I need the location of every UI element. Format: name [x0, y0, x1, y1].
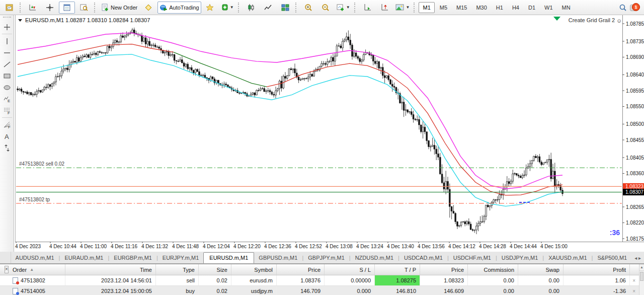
cell-time: 2023.12.04 14:56:01 — [65, 275, 156, 285]
chart-shift-button[interactable] — [376, 2, 392, 14]
symbol-tab-usdchf-m-m1[interactable]: USDCHF.m,M1 — [449, 253, 496, 263]
candlestick-chart-button[interactable] — [243, 2, 259, 14]
cell-commission: 0.00 — [468, 275, 518, 285]
timeframe-button-m30[interactable]: M30 — [472, 2, 491, 13]
timeframe-button-h1[interactable]: H1 — [492, 2, 507, 13]
indicators-button[interactable]: ▼ — [393, 2, 412, 14]
top-toolbar: New Order AutoTrading ▼ — [0, 0, 644, 15]
symbol-tab-nzdusd-m-m1[interactable]: NZDUSD.m,M1 — [351, 253, 398, 263]
cell-sl: 0.000 — [325, 286, 375, 295]
cell-tp: 146.810 — [375, 286, 420, 295]
symbol-tab-audusd-m-m1[interactable]: AUDUSD.m,M1 — [11, 253, 59, 263]
column-header-time[interactable]: Time — [65, 264, 156, 275]
crosshair-button[interactable] — [42, 2, 58, 14]
ellipse-tool-button[interactable] — [2, 82, 13, 93]
timeframe-button-mn[interactable]: MN — [558, 2, 575, 13]
search-icon[interactable] — [619, 4, 627, 12]
vertical-line-tool-button[interactable] — [2, 36, 13, 46]
fibonacci-fan-icon: F — [3, 121, 11, 129]
new-order-button[interactable]: New Order — [99, 2, 139, 14]
symbol-tab-s-p500-m1[interactable]: S&P500,M1 — [593, 253, 631, 263]
column-header-order[interactable]: Order▲ — [9, 264, 65, 275]
close-order-button[interactable]: × — [630, 275, 639, 285]
fibonacci-retracement-icon: F — [3, 107, 11, 115]
tabs-bar-grip — [0, 252, 11, 263]
order-dot-icon — [16, 292, 19, 295]
symbol-tab-gbpusd-m-m1[interactable]: GBPUSD.m,M1 — [254, 253, 302, 263]
column-header-price[interactable]: Price — [420, 264, 468, 275]
symbol-tab-usdjpy-m-m1[interactable]: USDJPY.m,M1 — [497, 253, 543, 263]
scroll-up-icon[interactable]: ▲ — [639, 264, 644, 271]
price-axis-label: 1.08735 — [626, 39, 644, 44]
symbol-tab-gbpjpy-m-m1[interactable]: GBPJPY.m,M1 — [303, 253, 349, 263]
symbol-tab-eurgbp-m-m1[interactable]: EURGBP.m,M1 — [109, 253, 156, 263]
crosshair-tool-button[interactable] — [2, 22, 13, 32]
order-row-47514005[interactable]: 475140052023.12.04 15:00:05buy0.02usdjpy… — [0, 286, 644, 295]
tile-windows-button[interactable] — [277, 2, 293, 14]
market-watch-button[interactable] — [59, 2, 75, 14]
line-chart-button[interactable] — [260, 2, 276, 14]
price-axis-label: 1.08500 — [626, 121, 644, 127]
arrows-tool-button[interactable] — [2, 142, 13, 153]
terminal-close-button[interactable]: × — [5, 266, 9, 273]
cell-swap: 0.00 — [518, 286, 564, 295]
time-axis-label: 4 Dec 2023 — [15, 244, 41, 249]
horizontal-line-icon — [3, 49, 11, 57]
rectangle-tool-icon — [3, 72, 11, 80]
symbol-tab-xauusd-m-m1[interactable]: XAUUSD.m,M1 — [544, 253, 591, 263]
column-header-size[interactable]: Size — [199, 264, 231, 275]
autotrading-button[interactable]: AutoTrading — [157, 2, 201, 14]
time-axis-label: 4 Dec 13:08 — [326, 244, 353, 249]
tab-scroll-arrows[interactable]: ◂ ▸ — [631, 255, 644, 263]
price-axis-label: 1.08595 — [626, 88, 644, 94]
column-header-profit[interactable]: Profit — [564, 264, 630, 275]
text-tool-button[interactable]: A — [2, 131, 13, 141]
order-dot-icon — [16, 281, 19, 284]
fibonacci-retracement-tool-button[interactable]: F — [2, 105, 13, 116]
rectangle-tool-button[interactable] — [2, 70, 13, 81]
symbol-tab-eurjpy-m-m1[interactable]: EURJPY.m,M1 — [158, 253, 204, 263]
data-window-icon — [80, 4, 88, 12]
fibonacci-fan-tool-button[interactable]: F — [2, 119, 13, 130]
vertical-line-icon — [3, 37, 11, 45]
trendline-tool-button[interactable] — [2, 59, 13, 69]
expert-advisor-button[interactable] — [140, 2, 156, 14]
column-header-sl[interactable]: S / L — [325, 264, 375, 275]
column-header-symbol[interactable]: Symbol — [231, 264, 277, 275]
column-header-tp[interactable]: T / P — [375, 264, 420, 275]
zoom-out-button[interactable] — [317, 2, 334, 14]
new-chart-button[interactable]: ▼ — [335, 2, 352, 14]
data-window-button[interactable] — [76, 2, 92, 14]
symbol-tab-euraud-m-m1[interactable]: EURAUD.m,M1 — [60, 253, 108, 263]
elliott-wave-tool-button[interactable]: E — [2, 94, 13, 104]
terminal-scrollbar[interactable]: ▲ — [639, 264, 644, 295]
notifications-button[interactable]: 1 — [630, 3, 640, 12]
column-header-type[interactable]: Type — [156, 264, 199, 275]
yellow-diamond-icon — [144, 4, 152, 12]
timeframe-button-h4[interactable]: H4 — [508, 2, 523, 13]
time-axis-label: 4 Dec 10:44 — [49, 244, 76, 249]
column-header-swap[interactable]: Swap — [518, 264, 564, 275]
order-row-47513802[interactable]: 475138022023.12.04 14:56:01sell0.02eurus… — [0, 275, 644, 286]
tick-chart-button[interactable] — [25, 2, 41, 14]
chart-svg[interactable]: #47513802 sell 0.02#47513802 tp1.087851.… — [14, 15, 644, 252]
chart-window-icon — [6, 4, 14, 12]
symbol-tab-usdcad-m-m1[interactable]: USDCAD.m,M1 — [399, 253, 447, 263]
ask-price-badge-label: 1.08323 — [625, 184, 644, 189]
favorites-button[interactable] — [202, 2, 218, 14]
close-order-button[interactable]: × — [630, 286, 639, 295]
timeframe-button-m5[interactable]: M5 — [436, 2, 451, 13]
timeframe-button-m15[interactable]: M15 — [452, 2, 471, 13]
zoom-in-button[interactable] — [300, 2, 316, 14]
horizontal-line-tool-button[interactable] — [2, 47, 13, 58]
column-header-open_price[interactable]: Price — [277, 264, 325, 275]
timeframe-button-d1[interactable]: D1 — [524, 2, 539, 13]
column-header-commission[interactable]: Commission — [468, 264, 518, 275]
timeframe-button-w1[interactable]: W1 — [540, 2, 557, 13]
scrollbar-thumb[interactable] — [640, 272, 643, 281]
charts-window-button[interactable] — [2, 2, 18, 14]
symbol-tab-eurusd-m-m1[interactable]: EURUSD.m,M1 — [203, 252, 254, 264]
timeframe-button-m1[interactable]: M1 — [419, 2, 434, 13]
add-symbol-button[interactable]: ▼ — [219, 2, 236, 14]
auto-scroll-button[interactable] — [359, 2, 375, 14]
